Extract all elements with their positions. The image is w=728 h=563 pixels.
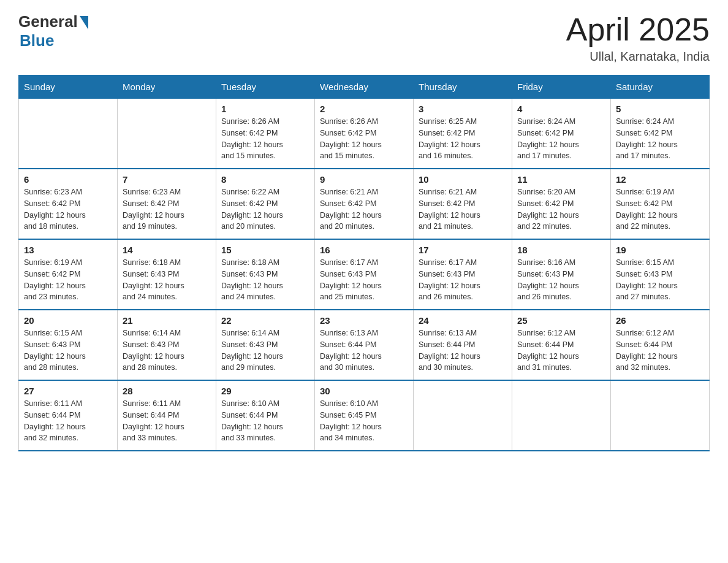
calendar-cell: 18Sunrise: 6:16 AMSunset: 6:43 PMDayligh…	[512, 239, 611, 310]
calendar-cell: 6Sunrise: 6:23 AMSunset: 6:42 PMDaylight…	[19, 169, 118, 239]
day-info: Sunrise: 6:10 AMSunset: 6:45 PMDaylight:…	[320, 398, 408, 444]
day-info: Sunrise: 6:15 AMSunset: 6:43 PMDaylight:…	[616, 257, 704, 303]
day-info: Sunrise: 6:17 AMSunset: 6:43 PMDaylight:…	[320, 257, 408, 303]
day-info: Sunrise: 6:17 AMSunset: 6:43 PMDaylight:…	[419, 257, 507, 303]
day-info: Sunrise: 6:19 AMSunset: 6:42 PMDaylight:…	[616, 186, 704, 232]
day-info: Sunrise: 6:18 AMSunset: 6:43 PMDaylight:…	[123, 257, 211, 303]
day-info: Sunrise: 6:11 AMSunset: 6:44 PMDaylight:…	[123, 398, 211, 444]
weekday-header-thursday: Thursday	[414, 75, 512, 99]
day-info: Sunrise: 6:15 AMSunset: 6:43 PMDaylight:…	[24, 327, 112, 373]
calendar-cell: 20Sunrise: 6:15 AMSunset: 6:43 PMDayligh…	[19, 310, 118, 380]
calendar-cell: 7Sunrise: 6:23 AMSunset: 6:42 PMDaylight…	[118, 169, 216, 239]
day-info: Sunrise: 6:11 AMSunset: 6:44 PMDaylight:…	[24, 398, 112, 444]
calendar-cell: 22Sunrise: 6:14 AMSunset: 6:43 PMDayligh…	[216, 310, 315, 380]
day-info: Sunrise: 6:13 AMSunset: 6:44 PMDaylight:…	[320, 327, 408, 373]
day-info: Sunrise: 6:26 AMSunset: 6:42 PMDaylight:…	[221, 116, 309, 162]
calendar-cell: 30Sunrise: 6:10 AMSunset: 6:45 PMDayligh…	[315, 380, 414, 451]
day-number: 5	[616, 104, 704, 114]
day-number: 11	[517, 174, 605, 185]
day-number: 23	[320, 315, 408, 326]
day-number: 27	[24, 386, 112, 396]
day-info: Sunrise: 6:26 AMSunset: 6:42 PMDaylight:…	[320, 116, 408, 162]
week-row-3: 13Sunrise: 6:19 AMSunset: 6:42 PMDayligh…	[19, 239, 710, 310]
calendar-cell: 21Sunrise: 6:14 AMSunset: 6:43 PMDayligh…	[118, 310, 216, 380]
week-row-2: 6Sunrise: 6:23 AMSunset: 6:42 PMDaylight…	[19, 169, 710, 239]
day-info: Sunrise: 6:25 AMSunset: 6:42 PMDaylight:…	[419, 116, 507, 162]
day-info: Sunrise: 6:10 AMSunset: 6:44 PMDaylight:…	[221, 398, 309, 444]
day-number: 13	[24, 245, 112, 255]
calendar-cell: 2Sunrise: 6:26 AMSunset: 6:42 PMDaylight…	[315, 99, 414, 169]
logo-blue-text: Blue	[20, 31, 54, 50]
day-number: 14	[123, 245, 211, 255]
calendar-cell: 4Sunrise: 6:24 AMSunset: 6:42 PMDaylight…	[512, 99, 611, 169]
calendar-cell: 12Sunrise: 6:19 AMSunset: 6:42 PMDayligh…	[611, 169, 710, 239]
day-number: 8	[221, 174, 309, 185]
day-info: Sunrise: 6:18 AMSunset: 6:43 PMDaylight:…	[221, 257, 309, 303]
day-number: 24	[419, 315, 507, 326]
day-info: Sunrise: 6:23 AMSunset: 6:42 PMDaylight:…	[123, 186, 211, 232]
calendar-table: SundayMondayTuesdayWednesdayThursdayFrid…	[18, 75, 710, 451]
month-title: April 2025	[566, 12, 710, 47]
day-info: Sunrise: 6:14 AMSunset: 6:43 PMDaylight:…	[123, 327, 211, 373]
weekday-header-wednesday: Wednesday	[315, 75, 414, 99]
day-number: 17	[419, 245, 507, 255]
calendar-cell: 5Sunrise: 6:24 AMSunset: 6:42 PMDaylight…	[611, 99, 710, 169]
day-info: Sunrise: 6:14 AMSunset: 6:43 PMDaylight:…	[221, 327, 309, 373]
day-info: Sunrise: 6:12 AMSunset: 6:44 PMDaylight:…	[517, 327, 605, 373]
day-info: Sunrise: 6:16 AMSunset: 6:43 PMDaylight:…	[517, 257, 605, 303]
day-number: 28	[123, 386, 211, 396]
day-number: 3	[419, 104, 507, 114]
day-number: 18	[517, 245, 605, 255]
day-info: Sunrise: 6:20 AMSunset: 6:42 PMDaylight:…	[517, 186, 605, 232]
day-info: Sunrise: 6:22 AMSunset: 6:42 PMDaylight:…	[221, 186, 309, 232]
calendar-cell: 13Sunrise: 6:19 AMSunset: 6:42 PMDayligh…	[19, 239, 118, 310]
day-number: 1	[221, 104, 309, 114]
calendar-cell: 15Sunrise: 6:18 AMSunset: 6:43 PMDayligh…	[216, 239, 315, 310]
calendar-cell: 9Sunrise: 6:21 AMSunset: 6:42 PMDaylight…	[315, 169, 414, 239]
calendar-cell: 10Sunrise: 6:21 AMSunset: 6:42 PMDayligh…	[414, 169, 512, 239]
calendar-cell	[512, 380, 611, 451]
calendar-cell	[611, 380, 710, 451]
calendar-cell: 26Sunrise: 6:12 AMSunset: 6:44 PMDayligh…	[611, 310, 710, 380]
title-block: April 2025 Ullal, Karnataka, India	[566, 12, 710, 64]
week-row-4: 20Sunrise: 6:15 AMSunset: 6:43 PMDayligh…	[19, 310, 710, 380]
day-number: 19	[616, 245, 704, 255]
calendar-cell: 16Sunrise: 6:17 AMSunset: 6:43 PMDayligh…	[315, 239, 414, 310]
day-info: Sunrise: 6:23 AMSunset: 6:42 PMDaylight:…	[24, 186, 112, 232]
day-number: 4	[517, 104, 605, 114]
calendar-cell: 24Sunrise: 6:13 AMSunset: 6:44 PMDayligh…	[414, 310, 512, 380]
day-number: 22	[221, 315, 309, 326]
calendar-cell: 23Sunrise: 6:13 AMSunset: 6:44 PMDayligh…	[315, 310, 414, 380]
day-number: 29	[221, 386, 309, 396]
day-info: Sunrise: 6:21 AMSunset: 6:42 PMDaylight:…	[320, 186, 408, 232]
calendar-cell: 25Sunrise: 6:12 AMSunset: 6:44 PMDayligh…	[512, 310, 611, 380]
day-number: 26	[616, 315, 704, 326]
calendar-cell: 1Sunrise: 6:26 AMSunset: 6:42 PMDaylight…	[216, 99, 315, 169]
weekday-header-friday: Friday	[512, 75, 611, 99]
day-number: 10	[419, 174, 507, 185]
day-number: 21	[123, 315, 211, 326]
weekday-header-sunday: Sunday	[19, 75, 118, 99]
calendar-cell	[118, 99, 216, 169]
calendar-cell	[19, 99, 118, 169]
day-number: 12	[616, 174, 704, 185]
location-text: Ullal, Karnataka, India	[566, 50, 710, 64]
calendar-cell: 8Sunrise: 6:22 AMSunset: 6:42 PMDaylight…	[216, 169, 315, 239]
weekday-header-tuesday: Tuesday	[216, 75, 315, 99]
calendar-cell: 11Sunrise: 6:20 AMSunset: 6:42 PMDayligh…	[512, 169, 611, 239]
day-number: 20	[24, 315, 112, 326]
logo-general-text: General	[18, 12, 78, 31]
weekday-header-row: SundayMondayTuesdayWednesdayThursdayFrid…	[19, 75, 710, 99]
day-info: Sunrise: 6:21 AMSunset: 6:42 PMDaylight:…	[419, 186, 507, 232]
day-number: 15	[221, 245, 309, 255]
logo: General Blue	[18, 12, 88, 50]
weekday-header-saturday: Saturday	[611, 75, 710, 99]
day-number: 7	[123, 174, 211, 185]
day-info: Sunrise: 6:24 AMSunset: 6:42 PMDaylight:…	[517, 116, 605, 162]
day-number: 30	[320, 386, 408, 396]
calendar-cell: 27Sunrise: 6:11 AMSunset: 6:44 PMDayligh…	[19, 380, 118, 451]
day-info: Sunrise: 6:12 AMSunset: 6:44 PMDaylight:…	[616, 327, 704, 373]
day-number: 25	[517, 315, 605, 326]
day-info: Sunrise: 6:13 AMSunset: 6:44 PMDaylight:…	[419, 327, 507, 373]
day-info: Sunrise: 6:19 AMSunset: 6:42 PMDaylight:…	[24, 257, 112, 303]
